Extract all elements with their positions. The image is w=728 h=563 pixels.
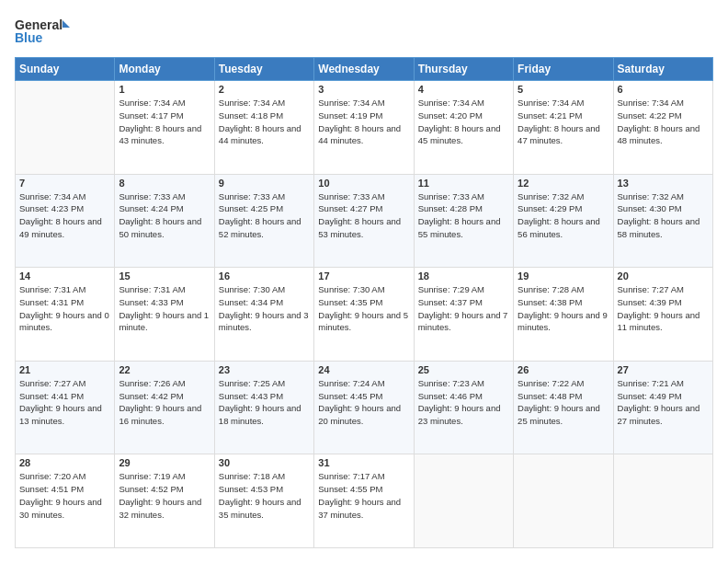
calendar-cell: 18Sunrise: 7:29 AMSunset: 4:37 PMDayligh… bbox=[414, 268, 513, 362]
calendar-cell: 31Sunrise: 7:17 AMSunset: 4:55 PMDayligh… bbox=[314, 454, 414, 548]
cell-content: 9Sunrise: 7:33 AMSunset: 4:25 PMDaylight… bbox=[219, 178, 310, 241]
sun-info: Sunrise: 7:34 AMSunset: 4:21 PMDaylight:… bbox=[518, 97, 609, 147]
calendar-cell: 25Sunrise: 7:23 AMSunset: 4:46 PMDayligh… bbox=[414, 361, 513, 454]
sun-info: Sunrise: 7:22 AMSunset: 4:48 PMDaylight:… bbox=[518, 377, 609, 428]
sun-info: Sunrise: 7:25 AMSunset: 4:43 PMDaylight:… bbox=[219, 377, 310, 428]
header-sunday: Sunday bbox=[16, 58, 115, 81]
calendar-week-1: 7Sunrise: 7:34 AMSunset: 4:23 PMDaylight… bbox=[16, 174, 713, 268]
cell-content: 14Sunrise: 7:31 AMSunset: 4:31 PMDayligh… bbox=[19, 270, 110, 334]
sun-info: Sunrise: 7:34 AMSunset: 4:17 PMDaylight:… bbox=[119, 97, 210, 147]
day-number: 16 bbox=[219, 270, 310, 282]
calendar-cell: 1Sunrise: 7:34 AMSunset: 4:17 PMDaylight… bbox=[115, 81, 214, 175]
day-number: 11 bbox=[418, 178, 509, 189]
sun-info: Sunrise: 7:33 AMSunset: 4:24 PMDaylight:… bbox=[119, 190, 210, 241]
day-number: 31 bbox=[318, 457, 409, 468]
calendar-cell: 20Sunrise: 7:27 AMSunset: 4:39 PMDayligh… bbox=[613, 268, 712, 362]
sun-info: Sunrise: 7:34 AMSunset: 4:18 PMDaylight:… bbox=[219, 97, 310, 147]
cell-content: 17Sunrise: 7:30 AMSunset: 4:35 PMDayligh… bbox=[318, 270, 409, 334]
header-wednesday: Wednesday bbox=[314, 58, 414, 81]
cell-content: 27Sunrise: 7:21 AMSunset: 4:49 PMDayligh… bbox=[618, 364, 709, 428]
sun-info: Sunrise: 7:34 AMSunset: 4:19 PMDaylight:… bbox=[318, 97, 409, 147]
cell-content: 12Sunrise: 7:32 AMSunset: 4:29 PMDayligh… bbox=[518, 178, 609, 241]
day-number: 21 bbox=[19, 364, 110, 375]
day-number: 19 bbox=[518, 270, 609, 282]
cell-content: 23Sunrise: 7:25 AMSunset: 4:43 PMDayligh… bbox=[219, 364, 310, 428]
sun-info: Sunrise: 7:33 AMSunset: 4:25 PMDaylight:… bbox=[219, 190, 310, 241]
sun-info: Sunrise: 7:34 AMSunset: 4:20 PMDaylight:… bbox=[418, 97, 509, 147]
sun-info: Sunrise: 7:17 AMSunset: 4:55 PMDaylight:… bbox=[318, 470, 409, 521]
sun-info: Sunrise: 7:30 AMSunset: 4:35 PMDaylight:… bbox=[318, 283, 409, 334]
cell-content: 7Sunrise: 7:34 AMSunset: 4:23 PMDaylight… bbox=[19, 178, 110, 241]
day-number: 5 bbox=[518, 84, 609, 95]
cell-content: 8Sunrise: 7:33 AMSunset: 4:24 PMDaylight… bbox=[119, 178, 210, 241]
cell-content: 22Sunrise: 7:26 AMSunset: 4:42 PMDayligh… bbox=[119, 364, 210, 428]
calendar-cell: 7Sunrise: 7:34 AMSunset: 4:23 PMDaylight… bbox=[16, 174, 115, 268]
calendar-cell: 5Sunrise: 7:34 AMSunset: 4:21 PMDaylight… bbox=[514, 81, 613, 175]
day-number: 20 bbox=[618, 270, 709, 282]
calendar-cell bbox=[414, 454, 513, 548]
day-number: 17 bbox=[318, 270, 409, 282]
header-friday: Friday bbox=[514, 58, 613, 81]
sun-info: Sunrise: 7:31 AMSunset: 4:31 PMDaylight:… bbox=[19, 283, 110, 334]
calendar-cell: 8Sunrise: 7:33 AMSunset: 4:24 PMDaylight… bbox=[115, 174, 214, 268]
day-number: 10 bbox=[318, 178, 409, 189]
day-number: 1 bbox=[119, 84, 210, 95]
calendar-cell: 3Sunrise: 7:34 AMSunset: 4:19 PMDaylight… bbox=[314, 81, 414, 175]
sun-info: Sunrise: 7:34 AMSunset: 4:22 PMDaylight:… bbox=[618, 97, 709, 147]
header-tuesday: Tuesday bbox=[214, 58, 313, 81]
calendar-week-0: 1Sunrise: 7:34 AMSunset: 4:17 PMDaylight… bbox=[16, 81, 713, 175]
header: General Blue bbox=[15, 15, 713, 48]
day-number: 4 bbox=[418, 84, 509, 95]
day-number: 18 bbox=[418, 270, 509, 282]
cell-content: 18Sunrise: 7:29 AMSunset: 4:37 PMDayligh… bbox=[418, 270, 509, 334]
cell-content: 2Sunrise: 7:34 AMSunset: 4:18 PMDaylight… bbox=[219, 84, 310, 147]
calendar-cell: 22Sunrise: 7:26 AMSunset: 4:42 PMDayligh… bbox=[115, 361, 214, 454]
logo: General Blue bbox=[15, 15, 70, 48]
header-saturday: Saturday bbox=[613, 58, 712, 81]
cell-content: 6Sunrise: 7:34 AMSunset: 4:22 PMDaylight… bbox=[618, 84, 709, 147]
page: General Blue SundayMondayTuesdayWednesda… bbox=[0, 0, 728, 563]
cell-content: 13Sunrise: 7:32 AMSunset: 4:30 PMDayligh… bbox=[618, 178, 709, 241]
cell-content: 11Sunrise: 7:33 AMSunset: 4:28 PMDayligh… bbox=[418, 178, 509, 241]
calendar-cell: 2Sunrise: 7:34 AMSunset: 4:18 PMDaylight… bbox=[214, 81, 313, 175]
calendar-cell: 12Sunrise: 7:32 AMSunset: 4:29 PMDayligh… bbox=[514, 174, 613, 268]
day-number: 7 bbox=[19, 178, 110, 189]
cell-content: 31Sunrise: 7:17 AMSunset: 4:55 PMDayligh… bbox=[318, 457, 409, 521]
calendar-cell bbox=[16, 81, 115, 175]
svg-marker-2 bbox=[63, 20, 70, 28]
day-number: 12 bbox=[518, 178, 609, 189]
cell-content: 15Sunrise: 7:31 AMSunset: 4:33 PMDayligh… bbox=[119, 270, 210, 334]
day-number: 25 bbox=[418, 364, 509, 375]
calendar-cell: 16Sunrise: 7:30 AMSunset: 4:34 PMDayligh… bbox=[214, 268, 313, 362]
calendar-cell: 27Sunrise: 7:21 AMSunset: 4:49 PMDayligh… bbox=[613, 361, 712, 454]
calendar-cell: 24Sunrise: 7:24 AMSunset: 4:45 PMDayligh… bbox=[314, 361, 414, 454]
calendar-header-row: SundayMondayTuesdayWednesdayThursdayFrid… bbox=[16, 58, 713, 81]
calendar-week-2: 14Sunrise: 7:31 AMSunset: 4:31 PMDayligh… bbox=[16, 268, 713, 362]
sun-info: Sunrise: 7:27 AMSunset: 4:39 PMDaylight:… bbox=[618, 283, 709, 334]
sun-info: Sunrise: 7:18 AMSunset: 4:53 PMDaylight:… bbox=[219, 470, 310, 521]
day-number: 14 bbox=[19, 270, 110, 282]
cell-content: 20Sunrise: 7:27 AMSunset: 4:39 PMDayligh… bbox=[618, 270, 709, 334]
day-number: 26 bbox=[518, 364, 609, 375]
sun-info: Sunrise: 7:28 AMSunset: 4:38 PMDaylight:… bbox=[518, 283, 609, 334]
cell-content: 16Sunrise: 7:30 AMSunset: 4:34 PMDayligh… bbox=[219, 270, 310, 334]
cell-content: 5Sunrise: 7:34 AMSunset: 4:21 PMDaylight… bbox=[518, 84, 609, 147]
calendar-cell: 6Sunrise: 7:34 AMSunset: 4:22 PMDaylight… bbox=[613, 81, 712, 175]
day-number: 29 bbox=[119, 457, 210, 468]
header-monday: Monday bbox=[115, 58, 214, 81]
day-number: 9 bbox=[219, 178, 310, 189]
sun-info: Sunrise: 7:33 AMSunset: 4:27 PMDaylight:… bbox=[318, 190, 409, 241]
calendar-table: SundayMondayTuesdayWednesdayThursdayFrid… bbox=[15, 57, 713, 548]
sun-info: Sunrise: 7:23 AMSunset: 4:46 PMDaylight:… bbox=[418, 377, 509, 428]
logo-svg: General Blue bbox=[15, 15, 70, 48]
sun-info: Sunrise: 7:29 AMSunset: 4:37 PMDaylight:… bbox=[418, 283, 509, 334]
sun-info: Sunrise: 7:20 AMSunset: 4:51 PMDaylight:… bbox=[19, 470, 110, 521]
day-number: 3 bbox=[318, 84, 409, 95]
calendar-week-4: 28Sunrise: 7:20 AMSunset: 4:51 PMDayligh… bbox=[16, 454, 713, 548]
day-number: 30 bbox=[219, 457, 310, 468]
day-number: 2 bbox=[219, 84, 310, 95]
calendar-cell: 4Sunrise: 7:34 AMSunset: 4:20 PMDaylight… bbox=[414, 81, 513, 175]
day-number: 15 bbox=[119, 270, 210, 282]
cell-content: 10Sunrise: 7:33 AMSunset: 4:27 PMDayligh… bbox=[318, 178, 409, 241]
sun-info: Sunrise: 7:32 AMSunset: 4:30 PMDaylight:… bbox=[618, 190, 709, 241]
